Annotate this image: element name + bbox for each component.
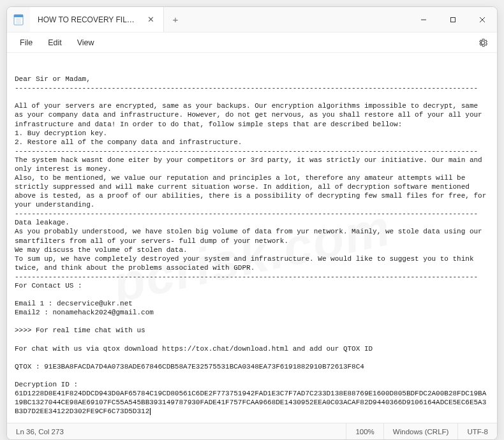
text-p2a: The system hack wasnt done eiter by your… [15, 156, 486, 173]
tab[interactable]: HOW TO RECOVERY FILES.TXT ✕ [30, 7, 164, 32]
text-chat-head: >>>> For real time chat with us [15, 326, 145, 334]
text-chat-info: For chat with us via qtox download https… [15, 345, 373, 353]
settings-button[interactable] [478, 38, 492, 48]
gear-icon [478, 38, 488, 48]
text-email1: Email 1 : decservice@ukr.net [15, 300, 133, 307]
text-dec-label: Decryption ID : [15, 381, 78, 388]
text-dec-id: 61D1228D8E41F824DDCD943D0AF65784C19CD805… [15, 390, 486, 415]
text-qtox: QTOX : 91E3BA8FACDA7D4A0738ADE67846CDB58… [15, 363, 364, 370]
separator-line: ----------------------------------------… [15, 84, 478, 92]
text-p1: All of your servers are encrypted, same … [15, 102, 486, 128]
text-p3-1: As you probably understood, we have stol… [15, 228, 486, 244]
tab-label: HOW TO RECOVERY FILES.TXT [38, 15, 138, 24]
menu-file[interactable]: File [12, 36, 40, 50]
text-area[interactable]: pcrisk.com Dear Sir or Madam, ----------… [7, 53, 497, 423]
text-contact-head: For Contact US : [15, 282, 82, 290]
close-button[interactable] [468, 7, 497, 32]
text-email2: Email2 : nonamehack2024@gmail.com [15, 309, 154, 316]
text-p3-2: We may discuss the volume of stolen data… [15, 246, 188, 254]
text-step2: 2. Restore all of the company data and i… [15, 138, 242, 146]
text-greeting: Dear Sir or Madam, [15, 75, 91, 83]
separator-line: ----------------------------------------… [15, 273, 478, 281]
new-tab-button[interactable]: + [164, 7, 187, 32]
svg-rect-1 [14, 15, 23, 17]
maximize-button[interactable] [438, 7, 468, 32]
notepad-icon [7, 7, 30, 32]
menu-edit[interactable]: Edit [40, 36, 70, 50]
tab-close-icon[interactable]: ✕ [145, 13, 157, 26]
status-eol: Windows (CRLF) [383, 423, 458, 439]
text-data-leakage-head: Data leakage. [15, 219, 70, 226]
text-step1: 1. Buy decryption key. [15, 129, 107, 137]
minimize-button[interactable] [409, 7, 438, 32]
statusbar: Ln 36, Col 273 100% Windows (CRLF) UTF-8 [7, 423, 497, 439]
menu-view[interactable]: View [70, 36, 102, 50]
separator-line: ----------------------------------------… [15, 147, 478, 155]
status-encoding: UTF-8 [457, 423, 497, 439]
separator-line: ----------------------------------------… [15, 210, 478, 217]
status-position: Ln 36, Col 273 [7, 423, 73, 439]
titlebar: HOW TO RECOVERY FILES.TXT ✕ + [7, 7, 497, 33]
text-p3-3: To sum up, we have completely destroyed … [15, 255, 478, 272]
status-zoom[interactable]: 100% [346, 423, 383, 439]
menubar: File Edit View [7, 33, 497, 53]
text-p2b: Also, to be mentioned, we value our repu… [15, 174, 491, 209]
svg-rect-6 [451, 17, 456, 22]
notepad-window: HOW TO RECOVERY FILES.TXT ✕ + File Edit … [6, 6, 498, 440]
